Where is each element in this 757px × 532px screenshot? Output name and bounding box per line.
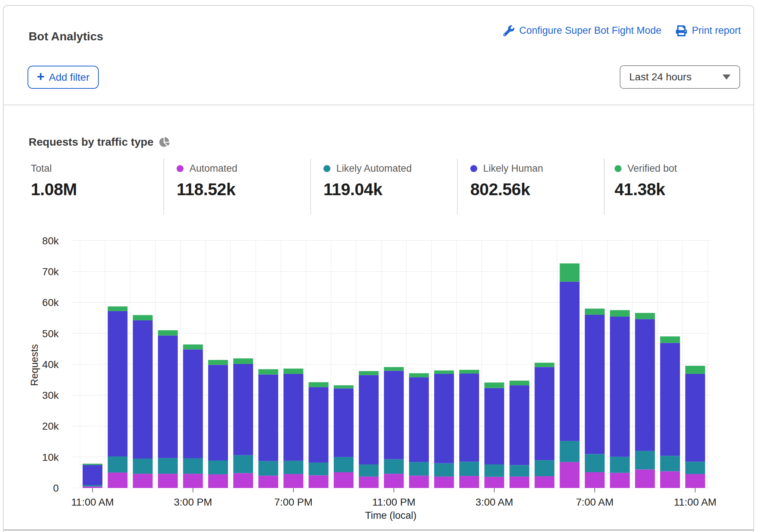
bar-segment-automated[interactable] — [208, 474, 228, 488]
bar-segment-likely-human[interactable] — [510, 385, 529, 465]
bar-segment-verified-bot[interactable] — [133, 315, 153, 320]
bar-segment-likely-human[interactable] — [384, 371, 404, 459]
bar-segment-likely-automated[interactable] — [434, 463, 454, 477]
bar-segment-likely-human[interactable] — [660, 343, 680, 456]
bar-segment-automated[interactable] — [359, 477, 378, 488]
bar-segment-verified-bot[interactable] — [183, 345, 203, 349]
bar-segment-verified-bot[interactable] — [560, 263, 580, 282]
bar-segment-verified-bot[interactable] — [535, 363, 554, 367]
bar-segment-verified-bot[interactable] — [359, 371, 378, 375]
bar-segment-verified-bot[interactable] — [233, 358, 253, 364]
bar-segment-verified-bot[interactable] — [158, 330, 178, 335]
bar-segment-likely-human[interactable] — [158, 335, 178, 458]
bar-segment-likely-human[interactable] — [434, 374, 454, 463]
bar-segment-likely-human[interactable] — [610, 317, 630, 457]
print-report-link[interactable]: Print report — [676, 25, 741, 36]
bar-segment-verified-bot[interactable] — [108, 306, 127, 311]
bar-segment-automated[interactable] — [183, 474, 203, 488]
bar-segment-automated[interactable] — [585, 472, 605, 488]
bar-segment-verified-bot[interactable] — [283, 369, 303, 374]
bar-segment-verified-bot[interactable] — [208, 360, 228, 365]
bar-segment-verified-bot[interactable] — [83, 464, 102, 465]
bar-segment-likely-human[interactable] — [635, 319, 655, 451]
add-filter-button[interactable]: + Add filter — [28, 66, 99, 89]
bar-segment-likely-automated[interactable] — [635, 451, 655, 470]
bar-segment-likely-human[interactable] — [258, 375, 278, 461]
bar-segment-likely-automated[interactable] — [359, 464, 378, 477]
bar-segment-verified-bot[interactable] — [585, 309, 605, 315]
bar-segment-verified-bot[interactable] — [334, 385, 354, 388]
bar-segment-likely-human[interactable] — [409, 377, 429, 462]
bar-segment-automated[interactable] — [510, 477, 529, 488]
bar-segment-likely-human[interactable] — [283, 374, 303, 461]
bar-segment-verified-bot[interactable] — [610, 310, 630, 317]
bar-segment-likely-automated[interactable] — [208, 460, 228, 474]
bar-segment-verified-bot[interactable] — [258, 369, 278, 374]
bar-segment-likely-human[interactable] — [359, 375, 378, 464]
bar-segment-likely-automated[interactable] — [560, 441, 580, 462]
bar-segment-likely-human[interactable] — [133, 320, 153, 459]
bar-segment-likely-automated[interactable] — [459, 462, 479, 476]
bar-segment-likely-human[interactable] — [535, 367, 554, 460]
bar-segment-likely-automated[interactable] — [484, 464, 504, 477]
bar-segment-likely-automated[interactable] — [309, 463, 329, 475]
bar-segment-likely-automated[interactable] — [283, 461, 303, 474]
bar-segment-likely-human[interactable] — [685, 374, 705, 462]
bar-segment-automated[interactable] — [560, 462, 580, 488]
bar-segment-verified-bot[interactable] — [309, 382, 329, 387]
bar-segment-likely-automated[interactable] — [183, 458, 203, 474]
bar-segment-verified-bot[interactable] — [660, 336, 680, 343]
bar-segment-verified-bot[interactable] — [409, 373, 429, 377]
bar-segment-automated[interactable] — [409, 475, 429, 488]
bar-segment-verified-bot[interactable] — [510, 380, 529, 385]
bar-segment-automated[interactable] — [685, 474, 705, 488]
bar-segment-likely-automated[interactable] — [535, 460, 554, 476]
bar-segment-likely-human[interactable] — [334, 389, 354, 457]
bar-segment-automated[interactable] — [133, 474, 153, 488]
bar-segment-automated[interactable] — [233, 473, 253, 488]
bar-segment-automated[interactable] — [535, 476, 554, 488]
bar-segment-likely-human[interactable] — [309, 387, 329, 463]
bar-segment-automated[interactable] — [83, 487, 102, 488]
bar-segment-likely-automated[interactable] — [334, 457, 354, 472]
bar-segment-likely-automated[interactable] — [258, 461, 278, 476]
bar-segment-automated[interactable] — [108, 473, 127, 488]
bar-segment-likely-automated[interactable] — [685, 462, 705, 474]
bar-segment-verified-bot[interactable] — [635, 313, 655, 319]
bar-segment-likely-human[interactable] — [108, 311, 127, 456]
bar-segment-automated[interactable] — [258, 475, 278, 488]
bar-segment-automated[interactable] — [334, 472, 354, 488]
bar-segment-verified-bot[interactable] — [685, 366, 705, 374]
bar-segment-likely-automated[interactable] — [510, 465, 529, 477]
configure-super-bot-fight-mode-link[interactable]: Configure Super Bot Fight Mode — [503, 25, 661, 36]
bar-segment-likely-human[interactable] — [183, 349, 203, 458]
bar-segment-automated[interactable] — [635, 469, 655, 488]
bar-segment-verified-bot[interactable] — [459, 370, 479, 374]
bar-segment-likely-human[interactable] — [83, 465, 102, 485]
bar-segment-likely-human[interactable] — [208, 365, 228, 460]
bar-segment-likely-human[interactable] — [459, 374, 479, 462]
bar-segment-likely-automated[interactable] — [585, 454, 605, 472]
bar-segment-likely-automated[interactable] — [660, 456, 680, 471]
bar-segment-likely-automated[interactable] — [233, 455, 253, 473]
bar-segment-likely-automated[interactable] — [133, 459, 153, 474]
bar-segment-verified-bot[interactable] — [434, 371, 454, 374]
bar-segment-automated[interactable] — [459, 476, 479, 488]
bar-segment-likely-human[interactable] — [585, 315, 605, 454]
bar-segment-automated[interactable] — [660, 471, 680, 488]
time-range-select[interactable]: Last 24 hours — [620, 65, 740, 89]
bar-segment-automated[interactable] — [384, 474, 404, 488]
bar-segment-likely-automated[interactable] — [610, 457, 630, 473]
bar-segment-verified-bot[interactable] — [484, 383, 504, 388]
bar-segment-likely-automated[interactable] — [83, 485, 102, 487]
bar-segment-automated[interactable] — [283, 474, 303, 488]
bar-segment-verified-bot[interactable] — [384, 367, 404, 371]
bar-segment-automated[interactable] — [434, 477, 454, 488]
bar-segment-likely-automated[interactable] — [384, 459, 404, 474]
bar-segment-likely-human[interactable] — [484, 388, 504, 464]
bar-segment-likely-human[interactable] — [233, 364, 253, 455]
bar-segment-likely-automated[interactable] — [108, 456, 127, 473]
bar-segment-automated[interactable] — [610, 473, 630, 488]
bar-segment-likely-human[interactable] — [560, 282, 580, 441]
bar-segment-likely-automated[interactable] — [409, 462, 429, 475]
